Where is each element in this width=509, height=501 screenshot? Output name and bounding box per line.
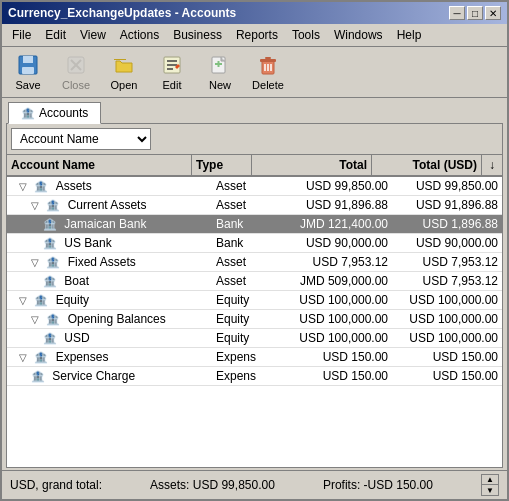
bank-icon: 🏦 (43, 218, 57, 231)
menu-edit[interactable]: Edit (39, 26, 72, 44)
open-button[interactable]: Open (104, 51, 144, 93)
table-row[interactable]: 🏦 Service Charge Expens USD 150.00 USD 1… (7, 367, 502, 386)
table-row[interactable]: ▽ 🏦 Opening Balances Equity USD 100,000.… (7, 310, 502, 329)
svg-rect-1 (23, 56, 33, 63)
title-bar-controls: ─ □ ✕ (449, 6, 501, 20)
status-bar: USD, grand total: Assets: USD 99,850.00 … (2, 470, 507, 499)
account-name-equity: ▽ 🏦 Equity (7, 291, 212, 309)
edit-label: Edit (163, 79, 182, 91)
spinner-up-icon[interactable]: ▲ (482, 475, 498, 485)
total-usd-jamaican-bank: USD 1,896.88 (392, 215, 502, 233)
total-expenses: USD 150.00 (272, 348, 392, 366)
menu-actions[interactable]: Actions (114, 26, 165, 44)
status-assets: Assets: USD 99,850.00 (150, 478, 275, 492)
account-name-service-charge: 🏦 Service Charge (7, 367, 212, 385)
status-spinner[interactable]: ▲ ▼ (481, 474, 499, 496)
bank-icon: 🏦 (43, 275, 57, 288)
tab-accounts-label: Accounts (39, 106, 88, 120)
total-usd-usd: USD 100,000.00 (392, 329, 502, 347)
total-equity: USD 100,000.00 (272, 291, 392, 309)
total-usd-assets: USD 99,850.00 (392, 177, 502, 195)
total-opening-balances: USD 100,000.00 (272, 310, 392, 328)
header-total-usd: Total (USD) (372, 155, 482, 175)
bank-icon: 🏦 (34, 351, 48, 364)
table-row[interactable]: ▽ 🏦 Assets Asset USD 99,850.00 USD 99,85… (7, 177, 502, 196)
table-row[interactable]: ▽ 🏦 Fixed Assets Asset USD 7,953.12 USD … (7, 253, 502, 272)
table-row[interactable]: 🏦 Jamaican Bank Bank JMD 121,400.00 USD … (7, 215, 502, 234)
total-current-assets: USD 91,896.88 (272, 196, 392, 214)
window-title: Currency_ExchangeUpdates - Accounts (8, 6, 236, 20)
total-service-charge: USD 150.00 (272, 367, 392, 385)
delete-icon (256, 53, 280, 77)
type-usd: Equity (212, 329, 272, 347)
table-row[interactable]: 🏦 US Bank Bank USD 90,000.00 USD 90,000.… (7, 234, 502, 253)
total-usd-us-bank: USD 90,000.00 (392, 234, 502, 252)
bank-icon: 🏦 (43, 332, 57, 345)
tab-accounts-icon: 🏦 (21, 107, 35, 120)
menu-windows[interactable]: Windows (328, 26, 389, 44)
menu-reports[interactable]: Reports (230, 26, 284, 44)
total-usd-fixed-assets: USD 7,953.12 (392, 253, 502, 271)
account-filter-select[interactable]: Account Name Account Code Description Ac… (11, 128, 151, 150)
expand-arrow-icon: ▽ (31, 314, 39, 325)
header-account-name: Account Name (7, 155, 192, 175)
expand-arrow-icon: ▽ (19, 295, 27, 306)
type-boat: Asset (212, 272, 272, 290)
bank-icon: 🏦 (43, 237, 57, 250)
total-usd-expenses: USD 150.00 (392, 348, 502, 366)
maximize-button[interactable]: □ (467, 6, 483, 20)
table-row[interactable]: 🏦 USD Equity USD 100,000.00 USD 100,000.… (7, 329, 502, 348)
save-button[interactable]: Save (8, 51, 48, 93)
total-fixed-assets: USD 7,953.12 (272, 253, 392, 271)
tab-bar: 🏦 Accounts (2, 98, 507, 123)
menu-help[interactable]: Help (391, 26, 428, 44)
table-row[interactable]: ▽ 🏦 Expenses Expens USD 150.00 USD 150.0… (7, 348, 502, 367)
type-fixed-assets: Asset (212, 253, 272, 271)
bank-icon: 🏦 (34, 180, 48, 193)
account-name-boat: 🏦 Boat (7, 272, 212, 290)
tab-accounts[interactable]: 🏦 Accounts (8, 102, 101, 124)
svg-rect-16 (265, 57, 271, 59)
status-profits: Profits: -USD 150.00 (323, 478, 433, 492)
delete-label: Delete (252, 79, 284, 91)
total-boat: JMD 509,000.00 (272, 272, 392, 290)
header-sort[interactable]: ↓ (482, 155, 502, 175)
table-row[interactable]: 🏦 Boat Asset JMD 509,000.00 USD 7,953.12 (7, 272, 502, 291)
menu-view[interactable]: View (74, 26, 112, 44)
total-usd-opening-balances: USD 100,000.00 (392, 310, 502, 328)
type-expenses: Expens (212, 348, 272, 366)
table-row[interactable]: ▽ 🏦 Equity Equity USD 100,000.00 USD 100… (7, 291, 502, 310)
menu-business[interactable]: Business (167, 26, 228, 44)
bank-icon: 🏦 (46, 256, 60, 269)
total-assets: USD 99,850.00 (272, 177, 392, 195)
edit-button[interactable]: Edit (152, 51, 192, 93)
expand-arrow-icon: ▽ (31, 257, 39, 268)
account-name-opening-balances: ▽ 🏦 Opening Balances (7, 310, 212, 328)
total-usd-service-charge: USD 150.00 (392, 367, 502, 385)
account-name-fixed-assets: ▽ 🏦 Fixed Assets (7, 253, 212, 271)
delete-button[interactable]: Delete (248, 51, 288, 93)
account-name-assets: ▽ 🏦 Assets (7, 177, 212, 195)
toolbar: Save Close Open Edit New (2, 47, 507, 98)
edit-icon (160, 53, 184, 77)
new-icon (208, 53, 232, 77)
spinner-down-icon[interactable]: ▼ (482, 485, 498, 495)
close-label: Close (62, 79, 90, 91)
new-button[interactable]: New (200, 51, 240, 93)
table-row[interactable]: ▽ 🏦 Current Assets Asset USD 91,896.88 U… (7, 196, 502, 215)
title-bar: Currency_ExchangeUpdates - Accounts ─ □ … (2, 2, 507, 24)
header-total: Total (252, 155, 372, 175)
type-equity: Equity (212, 291, 272, 309)
svg-rect-2 (22, 67, 34, 74)
account-name-us-bank: 🏦 US Bank (7, 234, 212, 252)
close-button[interactable]: ✕ (485, 6, 501, 20)
minimize-button[interactable]: ─ (449, 6, 465, 20)
bank-icon: 🏦 (46, 199, 60, 212)
menu-tools[interactable]: Tools (286, 26, 326, 44)
total-usd-current-assets: USD 91,896.88 (392, 196, 502, 214)
content-area: Account Name Account Code Description Ac… (6, 123, 503, 468)
close-button[interactable]: Close (56, 51, 96, 93)
menu-file[interactable]: File (6, 26, 37, 44)
expand-arrow-icon: ▽ (31, 200, 39, 211)
status-currency: USD, grand total: (10, 478, 102, 492)
